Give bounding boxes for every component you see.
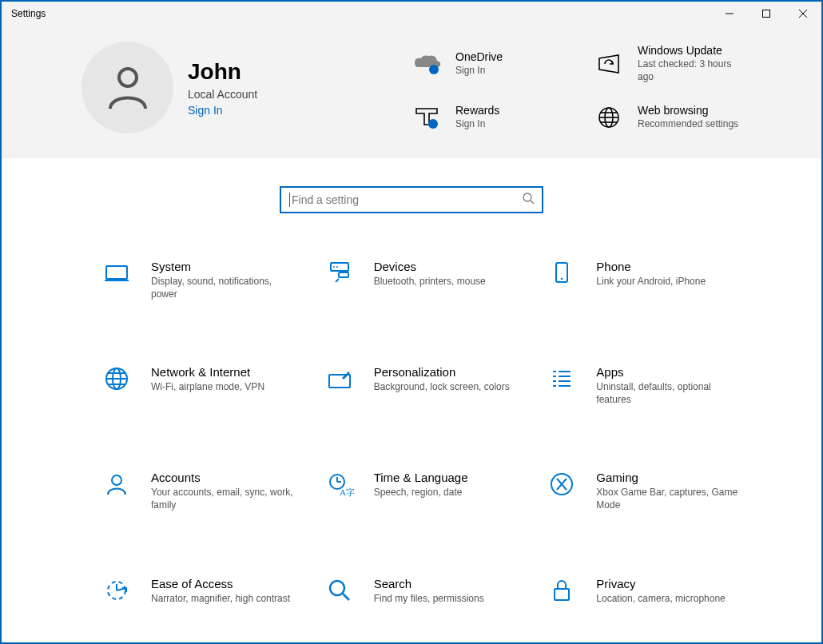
phone-icon [550,261,583,285]
close-button[interactable] [785,2,821,26]
category-sub: Bluetooth, printers, mouse [374,276,486,288]
category-sub: Uninstall, defaults, optional features [596,381,742,406]
category-accounts[interactable]: AccountsYour accounts, email, sync, work… [97,460,304,522]
account-block[interactable]: John Local Account Sign In [82,42,385,133]
category-title: Ease of Access [151,577,290,590]
account-type: Local Account [188,88,257,101]
category-personalization[interactable]: PersonalizationBackground, lock screen, … [320,355,527,416]
category-sub: Link your Android, iPhone [596,276,706,288]
tile-sub: Recommended settings [638,118,738,131]
tile-sub: Last checked: 3 hours ago [638,58,749,83]
category-title: Personalization [374,365,510,379]
category-title: Accounts [151,471,297,484]
minimize-button[interactable] [711,2,748,26]
onedrive-icon [409,53,444,75]
category-sub: Wi-Fi, airplane mode, VPN [151,381,264,394]
category-sub: Speech, region, date [374,487,468,499]
search-box[interactable] [280,186,543,213]
svg-line-13 [531,201,534,204]
tile-sub: Sign In [455,65,503,78]
svg-point-5 [429,65,439,74]
category-phone[interactable]: PhoneLink your Android, iPhone [543,249,749,311]
ease-icon [105,578,138,602]
tile-onedrive[interactable]: OneDrive Sign In [409,42,567,85]
privacy-icon [550,578,583,602]
account-signin-link[interactable]: Sign In [188,104,257,117]
tile-title: Windows Update [638,44,749,57]
category-devices[interactable]: DevicesBluetooth, printers, mouse [320,249,527,311]
svg-point-12 [523,193,531,201]
category-title: System [151,260,297,273]
account-hero: John Local Account Sign In OneDrive Sign… [2,26,821,158]
category-system[interactable]: SystemDisplay, sound, notifications, pow… [97,249,304,311]
window-controls [711,2,821,26]
update-icon [591,54,626,74]
gaming-icon [550,472,583,496]
devices-icon [328,261,361,285]
rewards-icon [409,105,444,129]
personalization-icon [328,367,361,391]
category-title: Gaming [596,471,742,484]
category-sub: Find my files, permissions [374,593,484,606]
globe-icon [591,106,626,129]
category-search[interactable]: SearchFind my files, permissions [320,566,527,616]
category-network-internet[interactable]: Network & InternetWi-Fi, airplane mode, … [97,355,304,416]
category-ease-of-access[interactable]: Ease of AccessNarrator, magnifier, high … [97,566,304,616]
search-input[interactable] [292,193,523,206]
window-title: Settings [11,8,711,19]
category-title: Devices [374,260,486,273]
category-sub: Background, lock screen, colors [374,381,510,394]
category-gaming[interactable]: GamingXbox Game Bar, captures, Game Mode [543,460,749,522]
apps-icon [550,367,583,391]
system-icon [105,261,138,285]
search-icon [328,578,361,602]
category-time-language[interactable]: Time & LanguageSpeech, region, date [320,460,527,522]
category-privacy[interactable]: PrivacyLocation, camera, microphone [543,566,749,616]
category-title: Phone [596,260,706,273]
time-icon [328,472,361,496]
titlebar: Settings [2,2,821,26]
category-sub: Xbox Game Bar, captures, Game Mode [596,487,742,511]
category-sub: Display, sound, notifications, power [151,276,297,300]
tile-title: OneDrive [455,50,503,63]
search-section [2,158,821,249]
category-title: Time & Language [374,471,468,484]
tile-windows-update[interactable]: Windows Update Last checked: 3 hours ago [591,42,749,85]
category-sub: Your accounts, email, sync, work, family [151,487,297,511]
search-icon [523,193,534,207]
categories-grid: SystemDisplay, sound, notifications, pow… [2,249,821,644]
tile-web-browsing[interactable]: Web browsing Recommended settings [591,101,749,133]
category-sub: Location, camera, microphone [596,593,725,606]
svg-point-6 [428,119,438,129]
tile-title: Web browsing [638,104,738,117]
category-sub: Narrator, magnifier, high contrast [151,593,290,606]
tile-rewards[interactable]: Rewards Sign In [409,101,567,133]
category-title: Privacy [596,577,725,590]
tile-sub: Sign In [455,118,499,131]
category-title: Search [374,577,484,590]
network-icon [105,367,138,391]
maximize-button[interactable] [748,2,785,26]
avatar-icon [82,42,173,133]
text-caret [289,193,290,207]
svg-point-4 [119,69,137,86]
accounts-icon [105,472,138,496]
hero-tiles: OneDrive Sign In Windows Update Last che… [409,42,797,133]
account-name: John [188,59,257,85]
svg-rect-1 [763,10,770,18]
category-apps[interactable]: AppsUninstall, defaults, optional featur… [543,355,749,416]
category-title: Apps [596,365,742,379]
tile-title: Rewards [455,104,499,117]
category-title: Network & Internet [151,365,264,379]
